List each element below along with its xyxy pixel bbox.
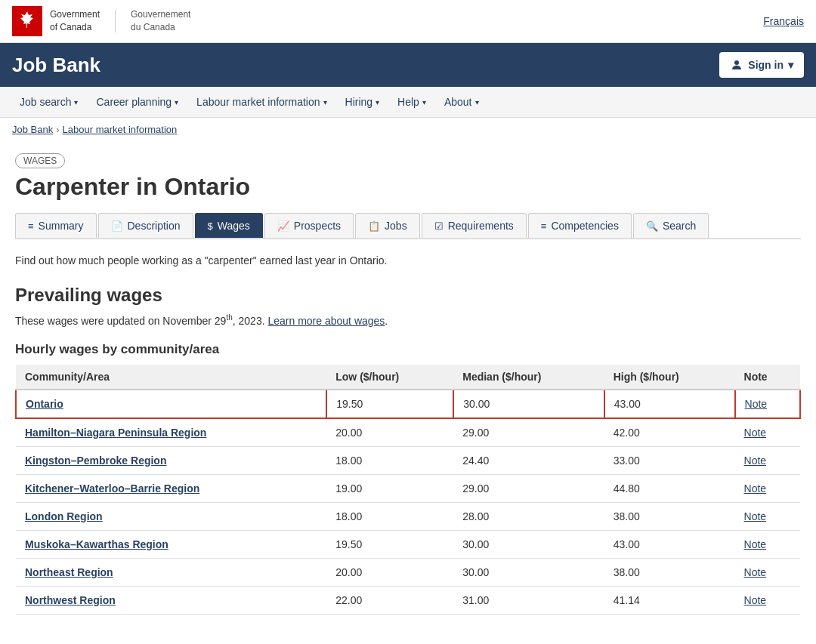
low-wage: 22.00: [326, 586, 453, 614]
chevron-down-icon: ▾: [422, 98, 426, 106]
tab-search[interactable]: 🔍 Search: [633, 213, 709, 238]
gov-fr-line2: du Canada: [131, 21, 190, 34]
community-link[interactable]: Muskoka–Kawarthas Region: [25, 538, 168, 550]
gov-name-en: Government of Canada: [50, 8, 100, 34]
update-text: These wages were updated on November 29t…: [15, 313, 801, 327]
main-nav: Job search ▾ Career planning ▾ Labour ma…: [0, 87, 816, 118]
high-wage: 43.00: [604, 390, 735, 418]
community-link[interactable]: Northwest Region: [25, 594, 116, 606]
nav-about[interactable]: About ▾: [437, 87, 487, 117]
median-wage: 29.00: [453, 418, 604, 447]
note-link[interactable]: Note: [744, 427, 767, 439]
table-row: London Region18.0028.0038.00Note: [16, 502, 800, 530]
note-link[interactable]: Note: [744, 482, 767, 495]
competencies-icon: ≡: [541, 220, 547, 232]
gov-name-fr: Gouvernement du Canada: [131, 8, 190, 34]
community-link[interactable]: Ontario: [26, 398, 63, 410]
nav-help[interactable]: Help ▾: [390, 87, 434, 117]
col-median: Median ($/hour): [453, 365, 604, 390]
table-row: Kitchener–Waterloo–Barrie Region19.0029.…: [16, 474, 800, 502]
wages-table: Community/Area Low ($/hour) Median ($/ho…: [15, 365, 801, 615]
nav-career-planning[interactable]: Career planning ▾: [88, 87, 186, 117]
tab-requirements[interactable]: ☑ Requirements: [422, 213, 527, 238]
description-icon: 📄: [111, 220, 123, 232]
sign-in-label: Sign in: [748, 59, 784, 71]
hourly-wages-title: Hourly wages by community/area: [15, 342, 801, 357]
gov-fr-line1: Gouvernement: [131, 8, 190, 21]
high-wage: 38.00: [604, 558, 735, 586]
low-wage: 19.00: [326, 474, 453, 502]
description-text: Find out how much people working as a "c…: [15, 254, 801, 267]
median-wage: 30.00: [453, 390, 604, 418]
note-cell: Note: [735, 446, 800, 474]
note-cell: Note: [735, 474, 800, 502]
prospects-icon: 📈: [277, 220, 289, 232]
tab-wages[interactable]: $ Wages: [195, 213, 263, 238]
note-link[interactable]: Note: [744, 454, 767, 467]
tab-competencies[interactable]: ≡ Competencies: [528, 213, 632, 238]
nav-hiring[interactable]: Hiring ▾: [338, 87, 388, 117]
page-title: Carpenter in Ontario: [15, 173, 801, 201]
table-row: Northwest Region22.0031.0041.14Note: [16, 586, 800, 614]
nav-job-search[interactable]: Job search ▾: [12, 87, 85, 117]
requirements-icon: ☑: [434, 220, 444, 232]
note-link[interactable]: Note: [744, 510, 767, 522]
chevron-down-icon: ▾: [74, 98, 78, 106]
community-link[interactable]: Northeast Region: [25, 566, 113, 578]
note-cell: Note: [735, 390, 800, 418]
divider: [115, 10, 116, 32]
tab-prospects[interactable]: 📈 Prospects: [264, 213, 354, 238]
note-cell: Note: [735, 558, 800, 586]
table-header-row: Community/Area Low ($/hour) Median ($/ho…: [16, 365, 800, 390]
col-low: Low ($/hour): [326, 365, 453, 390]
note-cell: Note: [735, 530, 800, 558]
main-content: WAGES Carpenter in Ontario ≡ Summary 📄 D…: [0, 141, 816, 627]
median-wage: 29.00: [453, 474, 604, 502]
low-wage: 20.00: [326, 418, 453, 447]
high-wage: 38.00: [604, 502, 735, 530]
breadcrumb-job-bank[interactable]: Job Bank: [12, 124, 53, 135]
median-wage: 31.00: [453, 586, 604, 614]
high-wage: 41.14: [604, 586, 735, 614]
maple-leaf-icon: [16, 10, 39, 32]
government-logo: Government of Canada Gouvernement du Can…: [12, 6, 190, 36]
learn-more-wages-link[interactable]: Learn more about wages: [267, 315, 385, 327]
high-wage: 42.00: [604, 418, 735, 447]
breadcrumb-labour-market[interactable]: Labour market information: [63, 124, 178, 135]
tab-summary[interactable]: ≡ Summary: [15, 213, 97, 238]
tab-description[interactable]: 📄 Description: [98, 213, 193, 238]
tab-jobs[interactable]: 📋 Jobs: [355, 213, 420, 238]
low-wage: 19.50: [326, 390, 453, 418]
top-bar: Government of Canada Gouvernement du Can…: [0, 0, 816, 43]
nav-labour-market[interactable]: Labour market information ▾: [189, 87, 334, 117]
table-row: Ontario19.5030.0043.00Note: [16, 390, 800, 418]
note-link[interactable]: Note: [744, 538, 767, 550]
note-link[interactable]: Note: [745, 398, 768, 410]
francais-link[interactable]: Français: [763, 15, 804, 27]
note-link[interactable]: Note: [744, 594, 767, 606]
account-icon: [730, 58, 743, 72]
gov-en-line2: of Canada: [50, 21, 100, 34]
community-link[interactable]: Kingston–Pembroke Region: [25, 454, 166, 467]
community-link[interactable]: Kitchener–Waterloo–Barrie Region: [25, 482, 199, 495]
median-wage: 30.00: [453, 558, 604, 586]
search-icon: 🔍: [646, 220, 658, 232]
table-row: Hamilton–Niagara Peninsula Region20.0029…: [16, 418, 800, 447]
chevron-down-icon: ▾: [475, 98, 479, 106]
note-cell: Note: [735, 586, 800, 614]
median-wage: 24.40: [453, 446, 604, 474]
prevailing-wages-title: Prevailing wages: [15, 285, 801, 306]
sign-in-button[interactable]: Sign in ▾: [719, 52, 804, 78]
gov-en-line1: Government: [50, 8, 100, 21]
community-link[interactable]: London Region: [25, 510, 103, 522]
canada-flag: [12, 6, 42, 36]
breadcrumb: Job Bank › Labour market information: [0, 118, 816, 141]
note-link[interactable]: Note: [744, 566, 767, 578]
chevron-down-icon: ▾: [175, 98, 178, 106]
low-wage: 18.00: [326, 446, 453, 474]
tabs-container: ≡ Summary 📄 Description $ Wages 📈 Prospe…: [15, 213, 801, 239]
site-header: Job Bank Sign in ▾: [0, 43, 816, 87]
low-wage: 20.00: [326, 558, 453, 586]
note-cell: Note: [735, 418, 800, 447]
community-link[interactable]: Hamilton–Niagara Peninsula Region: [25, 427, 206, 439]
